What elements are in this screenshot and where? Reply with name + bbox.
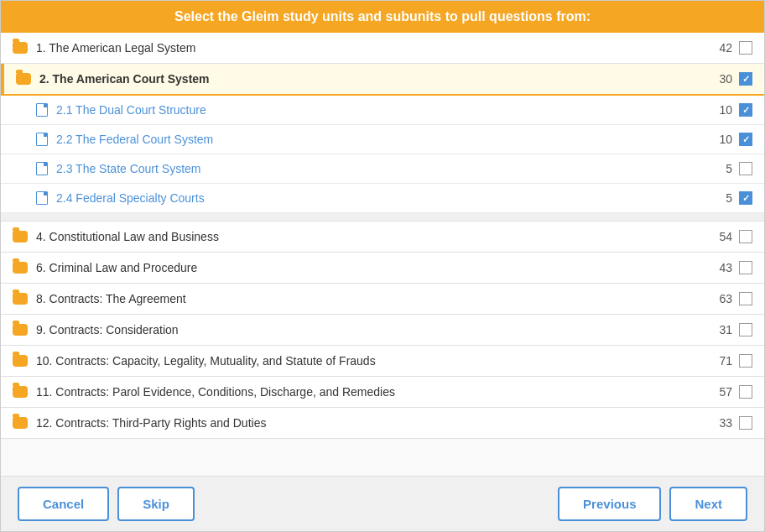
unit-row[interactable]: 4. Constitutional Law and Business54 xyxy=(1,222,764,253)
next-button[interactable]: Next xyxy=(669,487,747,521)
unit-checkbox[interactable] xyxy=(739,323,752,336)
modal: Select the Gleim study units and subunit… xyxy=(0,0,765,532)
folder-icon xyxy=(13,231,28,243)
unit-label: 11. Contracts: Parol Evidence, Condition… xyxy=(36,385,719,399)
unit-row[interactable]: 10. Contracts: Capacity, Legality, Mutua… xyxy=(1,346,764,377)
modal-body: 1. The American Legal System422. The Ame… xyxy=(1,33,764,476)
unit-label: 12. Contracts: Third-Party Rights and Du… xyxy=(36,416,719,430)
unit-checkbox[interactable] xyxy=(739,385,752,399)
doc-icon xyxy=(36,103,48,117)
unit-checkbox[interactable] xyxy=(739,354,752,368)
unit-label: 10. Contracts: Capacity, Legality, Mutua… xyxy=(36,354,719,368)
subunit-count: 10 xyxy=(719,133,732,146)
unit-checkbox[interactable] xyxy=(739,230,752,243)
unit-count: 30 xyxy=(719,72,732,86)
unit-label: 8. Contracts: The Agreement xyxy=(36,292,719,305)
folder-icon xyxy=(13,293,28,305)
unit-count: 42 xyxy=(719,41,732,55)
unit-row[interactable]: 9. Contracts: Consideration31 xyxy=(1,315,764,346)
unit-count: 33 xyxy=(719,416,732,430)
unit-label: 1. The American Legal System xyxy=(36,41,719,55)
subunit-checkbox[interactable] xyxy=(739,133,752,146)
modal-header: Select the Gleim study units and subunit… xyxy=(1,1,764,33)
unit-row[interactable]: 11. Contracts: Parol Evidence, Condition… xyxy=(1,377,764,408)
unit-label: 9. Contracts: Consideration xyxy=(36,323,719,336)
folder-icon xyxy=(13,355,28,367)
folder-icon xyxy=(13,386,28,398)
doc-icon xyxy=(36,162,48,175)
unit-count: 43 xyxy=(719,261,732,274)
unit-checkbox[interactable] xyxy=(739,41,752,55)
unit-row[interactable]: 6. Criminal Law and Procedure43 xyxy=(1,253,764,284)
subunit-count: 10 xyxy=(719,103,732,117)
subunit-label: 2.2 The Federal Court System xyxy=(56,133,719,146)
unit-row[interactable]: 2. The American Court System30 xyxy=(1,64,764,96)
subunit-row[interactable]: 2.3 The State Court System5 xyxy=(1,154,764,184)
subunit-checkbox[interactable] xyxy=(739,103,752,117)
unit-count: 54 xyxy=(719,230,732,243)
unit-count: 63 xyxy=(719,292,732,305)
folder-icon xyxy=(13,42,28,54)
unit-label: 6. Criminal Law and Procedure xyxy=(36,261,719,274)
modal-footer: Cancel Skip Previous Next xyxy=(1,476,764,531)
spacer xyxy=(1,213,764,222)
subunit-count: 5 xyxy=(726,191,732,205)
unit-count: 57 xyxy=(719,385,732,399)
skip-button[interactable]: Skip xyxy=(117,487,195,521)
unit-row[interactable]: 12. Contracts: Third-Party Rights and Du… xyxy=(1,408,764,439)
unit-count: 71 xyxy=(719,354,732,368)
unit-label: 2. The American Court System xyxy=(39,72,719,86)
folder-icon xyxy=(13,417,28,429)
subunit-checkbox[interactable] xyxy=(739,191,752,205)
subunit-label: 2.3 The State Court System xyxy=(56,162,726,175)
footer-left: Cancel Skip xyxy=(18,487,195,521)
doc-icon xyxy=(36,191,48,205)
unit-checkbox[interactable] xyxy=(739,292,752,305)
unit-checkbox[interactable] xyxy=(739,416,752,430)
list-container[interactable]: 1. The American Legal System422. The Ame… xyxy=(1,33,764,476)
previous-button[interactable]: Previous xyxy=(558,487,661,521)
unit-checkbox[interactable] xyxy=(739,261,752,274)
subunit-row[interactable]: 2.4 Federal Specialty Courts5 xyxy=(1,184,764,213)
unit-row[interactable]: 8. Contracts: The Agreement63 xyxy=(1,284,764,315)
doc-icon xyxy=(36,133,48,146)
unit-count: 31 xyxy=(719,323,732,336)
folder-icon xyxy=(13,324,28,336)
folder-icon xyxy=(13,262,28,274)
modal-title: Select the Gleim study units and subunit… xyxy=(174,9,591,23)
subunit-label: 2.1 The Dual Court Structure xyxy=(56,103,719,117)
cancel-button[interactable]: Cancel xyxy=(18,487,109,521)
subunit-row[interactable]: 2.2 The Federal Court System10 xyxy=(1,125,764,154)
unit-row[interactable]: 1. The American Legal System42 xyxy=(1,33,764,64)
subunit-count: 5 xyxy=(726,162,732,175)
unit-label: 4. Constitutional Law and Business xyxy=(36,230,719,243)
folder-icon xyxy=(16,73,31,85)
subunit-checkbox[interactable] xyxy=(739,162,752,175)
footer-right: Previous Next xyxy=(558,487,747,521)
subunit-label: 2.4 Federal Specialty Courts xyxy=(56,191,726,205)
subunit-row[interactable]: 2.1 The Dual Court Structure10 xyxy=(1,96,764,125)
unit-checkbox[interactable] xyxy=(739,72,752,86)
